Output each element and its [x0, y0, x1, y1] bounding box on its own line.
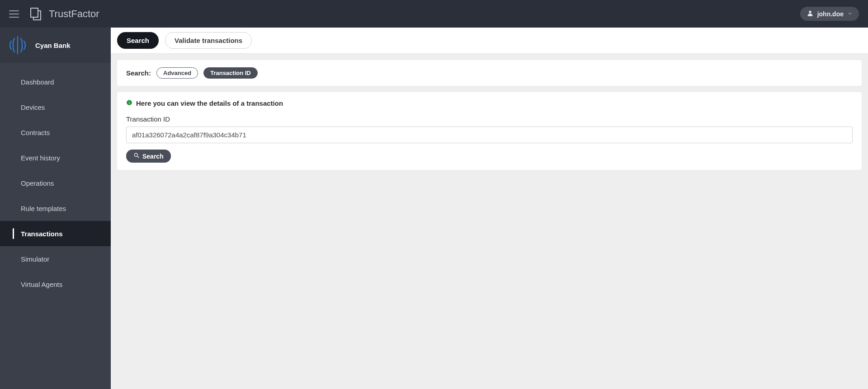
svg-rect-2 [129, 102, 129, 104]
sidebar-item-label: Operations [21, 179, 54, 187]
sidebar-item-label: Simulator [21, 255, 49, 263]
chip-advanced[interactable]: Advanced [156, 67, 198, 79]
info-text: Here you can view the details of a trans… [136, 99, 283, 107]
svg-point-0 [809, 11, 811, 13]
sidebar-item-operations[interactable]: Operations [0, 170, 111, 196]
info-icon [126, 99, 132, 107]
sidebar-nav: Dashboard Devices Contracts Event histor… [0, 63, 111, 297]
username-label: john.doe [817, 10, 844, 18]
sidebar-item-contracts[interactable]: Contracts [0, 120, 111, 145]
app-title: TrustFactor [49, 8, 99, 20]
sidebar-item-virtual-agents[interactable]: Virtual Agents [0, 272, 111, 297]
tab-search[interactable]: Search [117, 32, 159, 49]
sidebar: Cyan Bank Dashboard Devices Contracts Ev… [0, 28, 111, 389]
chip-transaction-id[interactable]: Transaction ID [203, 67, 258, 79]
top-tabs: Search Validate transactions [111, 28, 868, 54]
tab-label: Validate transactions [175, 37, 242, 44]
tab-label: Search [127, 37, 149, 44]
tab-validate-transactions[interactable]: Validate transactions [165, 32, 252, 49]
svg-line-5 [137, 156, 139, 158]
sidebar-item-rule-templates[interactable]: Rule templates [0, 196, 111, 221]
search-button[interactable]: Search [126, 150, 171, 163]
user-menu[interactable]: john.doe [800, 7, 859, 21]
hamburger-menu-icon[interactable] [9, 10, 19, 18]
search-icon [133, 152, 140, 160]
sidebar-item-label: Contracts [21, 129, 50, 136]
sidebar-item-dashboard[interactable]: Dashboard [0, 69, 111, 94]
app-header: TrustFactor john.doe [0, 0, 868, 28]
transaction-search-card: Here you can view the details of a trans… [117, 92, 862, 170]
org-header[interactable]: Cyan Bank [0, 28, 111, 63]
search-mode-label: Search: [126, 69, 151, 77]
app-logo-icon [28, 6, 43, 22]
sidebar-item-label: Dashboard [21, 78, 54, 86]
transaction-id-label: Transaction ID [126, 115, 853, 123]
sidebar-item-transactions[interactable]: Transactions [0, 221, 111, 246]
main-content: Search Validate transactions Search: Adv… [111, 28, 868, 389]
sidebar-item-devices[interactable]: Devices [0, 94, 111, 120]
user-icon [807, 9, 814, 18]
transaction-id-input[interactable] [126, 127, 853, 143]
sidebar-item-label: Devices [21, 103, 45, 111]
search-button-label: Search [142, 153, 164, 160]
sidebar-item-label: Rule templates [21, 205, 66, 212]
org-name: Cyan Bank [35, 42, 71, 49]
sidebar-item-simulator[interactable]: Simulator [0, 246, 111, 272]
search-mode-card: Search: Advanced Transaction ID [117, 60, 862, 86]
sidebar-item-event-history[interactable]: Event history [0, 145, 111, 170]
svg-rect-3 [129, 101, 129, 102]
svg-point-4 [134, 153, 137, 156]
org-logo-icon [6, 34, 29, 56]
sidebar-item-label: Virtual Agents [21, 281, 62, 288]
sidebar-item-label: Transactions [21, 230, 63, 238]
chevron-down-icon [847, 10, 853, 18]
sidebar-item-label: Event history [21, 154, 60, 162]
